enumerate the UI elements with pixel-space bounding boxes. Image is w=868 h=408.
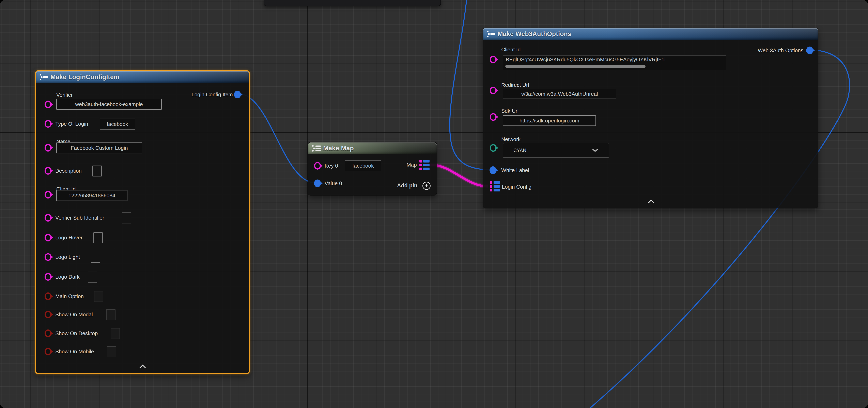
node-make-map[interactable]: Make Map Key 0 Map Value 0 Add pin + [308, 142, 437, 196]
client-id-value: BEglQSgt4cUWcj6SKRdu5QkOXTsePmMcusG5EAoy… [506, 57, 725, 63]
description-pin[interactable] [44, 167, 52, 175]
network-pin[interactable] [490, 144, 497, 152]
map-output-label: Map [406, 161, 417, 168]
node-title: Make LoginConfigItem [51, 73, 119, 81]
value0-label: Value 0 [324, 180, 342, 187]
client-id-pin[interactable] [490, 56, 497, 63]
node-make-login-config-item[interactable]: Make LoginConfigItem Login Config Item V… [35, 70, 250, 374]
name-pin[interactable] [44, 144, 52, 151]
make-struct-icon [39, 73, 49, 81]
type-of-login-label: Type Of Login [55, 121, 88, 127]
node-title: Make Web3AuthOptions [498, 30, 571, 38]
node-header-make-login-config-item[interactable]: Make LoginConfigItem [36, 71, 249, 83]
map-output-pin[interactable] [420, 160, 430, 170]
verifier-label: Verifier [56, 92, 73, 98]
show-on-modal-checkbox[interactable] [106, 309, 116, 320]
chevron-down-icon [592, 148, 598, 152]
type-of-login-input[interactable] [100, 118, 135, 130]
network-dropdown[interactable]: CYAN [503, 143, 609, 158]
client-id-scrollbar[interactable] [505, 65, 646, 68]
show-on-mobile-checkbox[interactable] [107, 346, 116, 357]
logo-light-input[interactable] [91, 252, 100, 263]
name-input[interactable] [56, 142, 142, 154]
output-label-login-config-item: Login Config Item [191, 91, 233, 98]
redirect-url-pin[interactable] [490, 87, 497, 94]
logo-dark-input[interactable] [88, 272, 97, 282]
logo-light-label: Logo Light [55, 253, 80, 261]
logo-hover-pin[interactable] [44, 234, 52, 241]
verifier-pin[interactable] [44, 101, 52, 108]
node-header-make-web3auth-options[interactable]: Make Web3AuthOptions [483, 28, 818, 40]
add-pin-label[interactable]: Add pin [397, 182, 417, 189]
logo-light-pin[interactable] [44, 253, 52, 261]
show-on-desktop-checkbox[interactable] [111, 328, 120, 339]
description-label: Description [55, 167, 82, 174]
login-config-pin[interactable] [490, 181, 500, 192]
verifier-sub-identifier-label: Verifier Sub Identifier [55, 214, 104, 221]
show-on-modal-pin[interactable] [44, 311, 52, 318]
network-dropdown-value: CYAN [514, 147, 526, 153]
verifier-sub-identifier-input[interactable] [122, 212, 131, 224]
white-label-label: White Label [501, 167, 529, 174]
client-id-input[interactable] [56, 190, 127, 201]
key0-label: Key 0 [324, 162, 338, 169]
login-config-item-output-pin[interactable] [234, 91, 241, 98]
show-on-mobile-label: Show On Mobile [55, 348, 94, 355]
main-option-pin[interactable] [44, 293, 52, 300]
web3auth-options-output-pin[interactable] [806, 46, 813, 54]
show-on-mobile-pin[interactable] [44, 348, 52, 355]
grid-origin-vertical [307, 0, 308, 408]
add-pin-icon[interactable]: + [423, 182, 431, 190]
offscreen-node-partial[interactable] [264, 0, 441, 6]
login-config-label: Login Config [502, 183, 531, 190]
client-id-label: Client Id [501, 46, 521, 53]
white-label-pin[interactable] [490, 166, 496, 174]
main-option-label: Main Option [55, 293, 84, 300]
wire-map-to-login-config[interactable] [430, 165, 488, 186]
network-label: Network [501, 136, 521, 143]
node-header-make-map[interactable]: Make Map [308, 142, 437, 154]
sdk-url-input[interactable] [503, 115, 596, 126]
show-on-modal-label: Show On Modal [55, 311, 93, 318]
key0-pin[interactable] [314, 162, 321, 170]
redirect-url-input[interactable] [503, 89, 616, 99]
main-option-checkbox[interactable] [94, 291, 103, 302]
node-make-web3auth-options[interactable]: Make Web3AuthOptions Web 3Auth Options C… [483, 28, 818, 208]
logo-hover-input[interactable] [93, 232, 103, 243]
make-map-icon [311, 144, 321, 152]
type-of-login-pin[interactable] [44, 120, 52, 128]
client-id-pin[interactable] [44, 191, 52, 199]
redirect-url-label: Redirect Url [501, 81, 529, 89]
value0-pin[interactable] [314, 179, 321, 187]
description-input[interactable] [92, 166, 102, 176]
verifier-input[interactable] [56, 99, 162, 110]
logo-dark-label: Logo Dark [55, 273, 80, 280]
show-on-desktop-pin[interactable] [44, 330, 52, 337]
node-title: Make Map [323, 145, 354, 152]
wire-map-to-login-config-glow [430, 165, 488, 186]
client-id-input[interactable]: BEglQSgt4cUWcj6SKRdu5QkOXTsePmMcusG5EAoy… [503, 55, 726, 70]
web3auth-options-output-label: Web 3Auth Options [758, 47, 803, 54]
sdk-url-label: Sdk Url [501, 107, 519, 114]
verifier-sub-identifier-pin[interactable] [44, 214, 52, 222]
logo-dark-pin[interactable] [44, 273, 52, 281]
logo-hover-label: Logo Hover [55, 234, 83, 241]
show-on-desktop-label: Show On Desktop [55, 330, 98, 337]
sdk-url-pin[interactable] [490, 113, 497, 121]
key0-input[interactable] [345, 161, 381, 171]
collapse-chevron-icon[interactable] [648, 199, 655, 204]
collapse-chevron-icon[interactable] [139, 364, 146, 369]
blueprint-graph-canvas[interactable]: Make LoginConfigItem Login Config Item V… [0, 0, 868, 408]
make-struct-icon [486, 30, 496, 38]
